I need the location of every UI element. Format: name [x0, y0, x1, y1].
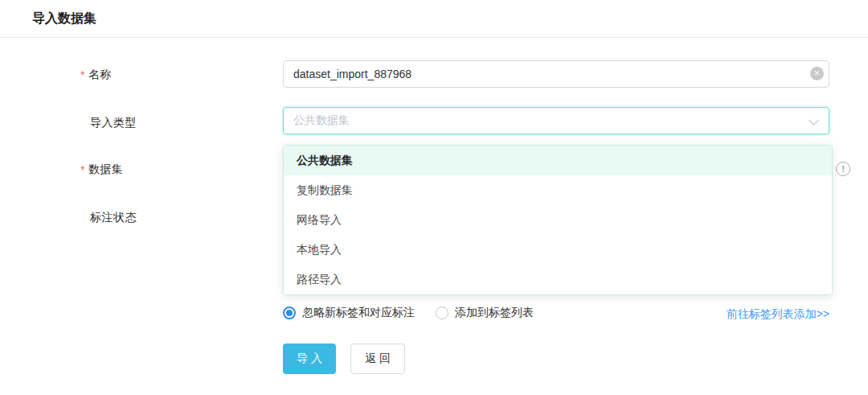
name-field-label: * 名称 — [80, 68, 112, 82]
clear-input-icon[interactable]: ✕ — [810, 67, 824, 80]
dropdown-option-public-dataset[interactable]: 公共数据集 — [284, 146, 832, 175]
dropdown-option-path-import[interactable]: 路径导入 — [284, 265, 832, 294]
header-divider — [0, 37, 868, 38]
page-title: 导入数据集 — [32, 10, 96, 27]
import-button[interactable]: 导 入 — [283, 344, 336, 374]
annotation-status-field-label: 标注状态 — [80, 211, 137, 225]
radio-ignore-new-labels[interactable]: 忽略新标签和对应标注 — [283, 306, 415, 320]
radio-add-to-label-list[interactable]: 添加到标签列表 — [436, 306, 534, 320]
required-asterisk: * — [80, 163, 85, 176]
name-label-text: 名称 — [88, 68, 112, 82]
radio-checked-icon — [283, 307, 296, 319]
label-conflict-radio-group: 忽略新标签和对应标注 添加到标签列表 — [283, 306, 534, 320]
dropdown-option-network-import[interactable]: 网络导入 — [284, 205, 832, 235]
annotation-status-label-text: 标注状态 — [90, 211, 137, 225]
info-circle-icon: ! — [836, 162, 850, 176]
radio-add-label: 添加到标签列表 — [455, 306, 534, 320]
dropdown-option-local-import[interactable]: 本地导入 — [284, 235, 832, 265]
dataset-field-label: * 数据集 — [80, 163, 123, 177]
import-type-selected-value: 公共数据集 — [293, 113, 350, 128]
radio-ignore-label: 忽略新标签和对应标注 — [302, 306, 415, 320]
chevron-down-icon — [809, 115, 819, 125]
dataset-label-text: 数据集 — [88, 163, 124, 177]
required-asterisk: * — [80, 68, 85, 81]
import-type-dropdown: 公共数据集 复制数据集 网络导入 本地导入 路径导入 — [283, 145, 833, 295]
dropdown-option-copy-dataset[interactable]: 复制数据集 — [284, 175, 832, 205]
import-dataset-page: 导入数据集 * 名称 ✕ 导入类型 公共数据集 * 数据集 ! 标注状态 公共数… — [0, 0, 868, 395]
import-type-select[interactable]: 公共数据集 — [283, 107, 829, 134]
goto-label-list-link[interactable]: 前往标签列表添加>> — [727, 307, 829, 322]
import-type-label-text: 导入类型 — [90, 116, 137, 130]
radio-unchecked-icon — [436, 307, 448, 319]
back-button[interactable]: 返 回 — [350, 344, 405, 374]
import-type-field-label: 导入类型 — [80, 116, 137, 130]
name-input[interactable] — [283, 60, 829, 88]
